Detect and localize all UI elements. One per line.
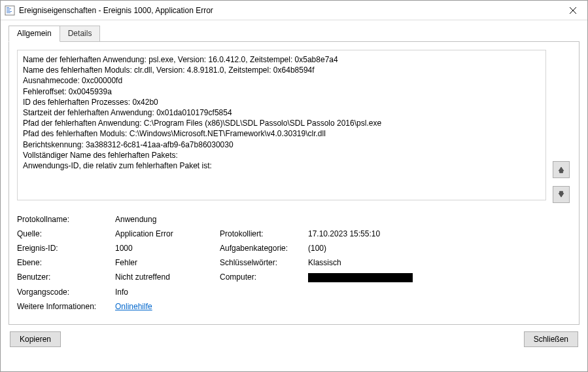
close-window-button[interactable] bbox=[558, 1, 587, 20]
svg-rect-2 bbox=[7, 9, 11, 9]
tab-details[interactable]: Details bbox=[60, 26, 101, 41]
svg-rect-4 bbox=[7, 11, 12, 12]
online-help-link[interactable]: Onlinehilfe bbox=[115, 302, 152, 311]
svg-rect-5 bbox=[7, 12, 10, 13]
arrow-up-icon bbox=[557, 166, 565, 174]
value-logname: Anwendung bbox=[115, 215, 156, 224]
tab-general[interactable]: Allgemein bbox=[9, 26, 60, 42]
label-keywords: Schlüsselwörter: bbox=[220, 258, 308, 267]
label-logname: Protokollname: bbox=[17, 215, 115, 224]
nav-arrow-column bbox=[553, 50, 571, 203]
value-eventid: 1000 bbox=[115, 244, 220, 253]
event-fields: Protokollname: Anwendung Quelle: Applica… bbox=[17, 215, 571, 311]
app-icon bbox=[5, 5, 15, 16]
value-opcode: Info bbox=[115, 288, 128, 297]
value-level: Fehler bbox=[115, 258, 220, 267]
client-area: Allgemein Details Name der fehlerhaften … bbox=[1, 20, 587, 355]
value-source: Application Error bbox=[115, 229, 220, 238]
close-button[interactable]: Schließen bbox=[524, 331, 578, 347]
value-keywords: Klassisch bbox=[308, 258, 571, 267]
label-computer: Computer: bbox=[220, 272, 308, 282]
label-opcode: Vorgangscode: bbox=[17, 288, 115, 297]
tabstrip: Allgemein Details bbox=[9, 26, 579, 41]
value-logged: 17.10.2023 15:55:10 bbox=[308, 229, 571, 238]
arrow-down-icon bbox=[557, 191, 565, 198]
label-level: Ebene: bbox=[17, 258, 115, 267]
value-user: Nicht zutreffend bbox=[115, 272, 220, 282]
label-eventid: Ereignis-ID: bbox=[17, 244, 115, 253]
previous-event-button[interactable] bbox=[553, 161, 570, 178]
svg-rect-1 bbox=[7, 7, 9, 8]
svg-rect-3 bbox=[7, 10, 10, 10]
label-logged: Protokolliert: bbox=[220, 229, 308, 238]
dialog-button-row: Kopieren Schließen bbox=[9, 331, 579, 347]
label-user: Benutzer: bbox=[17, 272, 115, 282]
event-description-textbox[interactable]: Name der fehlerhaften Anwendung: psl.exe… bbox=[17, 50, 546, 200]
close-icon bbox=[570, 7, 576, 14]
next-event-button[interactable] bbox=[553, 186, 570, 203]
copy-button[interactable]: Kopieren bbox=[10, 331, 61, 347]
label-taskcat: Aufgabenkategorie: bbox=[220, 244, 308, 253]
label-moreinfo: Weitere Informationen: bbox=[17, 302, 115, 311]
value-computer bbox=[308, 272, 571, 282]
value-taskcat: (100) bbox=[308, 244, 571, 253]
label-source: Quelle: bbox=[17, 229, 115, 238]
tab-panel-general: Name der fehlerhaften Anwendung: psl.exe… bbox=[9, 41, 579, 325]
redacted-computer-name bbox=[308, 273, 413, 282]
titlebar: Ereigniseigenschaften - Ereignis 1000, A… bbox=[1, 1, 587, 20]
window-title: Ereigniseigenschaften - Ereignis 1000, A… bbox=[19, 6, 558, 15]
